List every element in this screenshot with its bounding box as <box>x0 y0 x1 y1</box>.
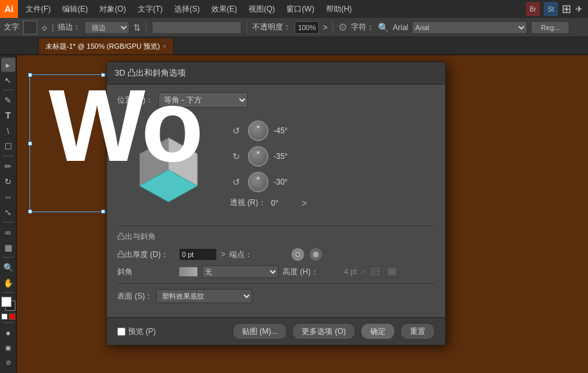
dial-z[interactable] <box>248 172 268 192</box>
tool-line[interactable]: \ <box>1 124 15 138</box>
height-value: 4 pt <box>344 267 357 276</box>
canvas-area: Wo 3D 凸出和斜角选项 位置 (N)： 等角 - 下方 等角 - 上方 等角… <box>17 55 588 373</box>
opacity-label: 不透明度： <box>252 22 291 33</box>
workspace-icon[interactable]: ⊞ <box>562 2 571 16</box>
tool-shape[interactable]: ☐ <box>1 139 15 153</box>
angle-row-2: ↻ -35° <box>230 146 307 167</box>
extrude-depth-label: 凸出厚度 (D)： <box>117 249 175 260</box>
tool-pen[interactable]: ✎ <box>1 93 15 107</box>
svg-point-4 <box>297 253 299 256</box>
menu-file[interactable]: 文件(F) <box>20 1 56 17</box>
tool-sep4 <box>3 257 14 258</box>
canvas-text[interactable]: Wo <box>29 74 201 177</box>
menu-select[interactable]: 选择(S) <box>169 1 205 17</box>
perspective-expand[interactable]: > <box>302 198 307 208</box>
menu-items: 文件(F) 编辑(E) 对象(O) 文字(T) 选择(S) 效果(E) 视图(Q… <box>18 1 359 17</box>
dialog-footer: 预览 (P) 贴图 (M)... 更多选项 (O) 确定 重置 <box>107 317 445 345</box>
stock-icon[interactable]: St <box>544 2 558 16</box>
angle-controls: ↺ -45° ↻ -35° <box>230 115 307 218</box>
menu-object[interactable]: 对象(O) <box>94 1 131 17</box>
handle-bl[interactable] <box>28 210 32 213</box>
send-icon[interactable]: ✈ <box>575 4 583 14</box>
fill-icon[interactable]: ⬦ <box>41 21 48 34</box>
fill-color[interactable] <box>23 21 37 35</box>
color-mode[interactable]: ■ <box>1 326 15 340</box>
tab-close[interactable]: × <box>163 43 167 50</box>
fill-box[interactable] <box>1 313 8 320</box>
opacity-value[interactable]: 100% <box>295 21 319 34</box>
bevel-row: 斜角 无 高度 (H)： 4 pt > <box>117 265 435 278</box>
extrude-arrow[interactable]: > <box>221 250 225 259</box>
surface-row: 表面 (S)： 塑料效果底纹 扩散底纹 无底纹 <box>117 289 435 303</box>
tab-bar: 未标题-1* @ 150% (RGB/GPU 预览) × <box>0 37 588 55</box>
opacity-more[interactable]: > <box>323 23 327 32</box>
font-settings-icon[interactable]: ⚙ <box>338 21 347 33</box>
ok-button[interactable]: 确定 <box>361 323 395 340</box>
gradient-mode[interactable]: ▣ <box>1 340 15 354</box>
endpoint-label: 端点： <box>229 249 287 260</box>
extrude-depth-input[interactable] <box>179 248 217 261</box>
svg-rect-8 <box>388 269 396 275</box>
menu-text[interactable]: 文字(T) <box>133 1 168 17</box>
preview-checkbox[interactable] <box>117 327 126 336</box>
font-style[interactable]: Reg... <box>531 21 569 34</box>
bevel-select[interactable]: 无 <box>202 265 279 278</box>
paste-button[interactable]: 贴图 (M)... <box>233 323 287 340</box>
dial-y-dot <box>257 151 259 154</box>
cap-open-btn[interactable] <box>291 247 305 261</box>
handle-bc[interactable] <box>101 210 105 213</box>
extrude-section-label: 凸出与斜角 <box>117 231 435 242</box>
tool-sep6 <box>3 322 14 323</box>
app-logo: Ai <box>0 0 18 18</box>
fill-swatch[interactable] <box>1 297 15 311</box>
perspective-value: 0° <box>271 199 297 208</box>
tool-zoom[interactable]: 🔍 <box>1 260 15 274</box>
cap-closed-btn[interactable] <box>309 247 323 261</box>
perspective-label: 透视 (R)： <box>230 197 266 208</box>
canvas-tab[interactable]: 未标题-1* @ 150% (RGB/GPU 预览) × <box>38 38 174 54</box>
tool-mirror[interactable]: ↔ <box>1 190 15 204</box>
menu-window[interactable]: 窗口(W) <box>281 1 319 17</box>
angle-z-value: -30° <box>274 178 299 187</box>
angle-y-value: -35° <box>274 152 299 161</box>
menu-help[interactable]: 帮助(H) <box>321 1 357 17</box>
height-btn1[interactable] <box>369 266 382 278</box>
font-search-icon: 🔍 <box>378 22 389 33</box>
section-divider-2 <box>117 283 435 284</box>
separator3 <box>332 21 333 34</box>
bridge-icon[interactable]: Br <box>526 2 540 16</box>
menu-edit[interactable]: 编辑(E) <box>57 1 93 17</box>
stroke-select[interactable]: 描边 <box>85 21 129 34</box>
font-select[interactable]: Arial <box>412 21 527 34</box>
section-divider-1 <box>117 226 435 226</box>
rotate-z-icon: ↺ <box>230 177 243 187</box>
tool-blend[interactable]: ∞ <box>1 225 15 239</box>
menu-bar: Ai 文件(F) 编辑(E) 对象(O) 文字(T) 选择(S) 效果(E) 视… <box>0 0 588 18</box>
menu-effect[interactable]: 效果(E) <box>206 1 242 17</box>
tool-column[interactable]: ▦ <box>1 240 15 254</box>
extrude-depth-row: 凸出厚度 (D)： > 端点： <box>117 247 435 261</box>
tool-scale[interactable]: ⤡ <box>1 205 15 219</box>
tool-rotate[interactable]: ↻ <box>1 174 15 188</box>
menu-right: Br St ⊞ ✈ <box>526 2 588 16</box>
dial-x-dot <box>257 126 259 128</box>
menu-view[interactable]: 视图(Q) <box>243 1 280 17</box>
tool-hand[interactable]: ✋ <box>1 276 15 290</box>
tool-brush[interactable]: ✏ <box>1 159 15 173</box>
height-expand[interactable]: > <box>361 267 365 276</box>
more-options-button[interactable]: 更多选项 (O) <box>292 323 355 340</box>
dial-x[interactable] <box>248 120 268 141</box>
stroke-box[interactable] <box>9 313 15 320</box>
none-mode[interactable]: ⊘ <box>1 355 15 369</box>
height-btn2[interactable] <box>386 266 398 278</box>
surface-select[interactable]: 塑料效果底纹 扩散底纹 无底纹 <box>156 289 252 303</box>
dial-y[interactable] <box>248 146 268 167</box>
tool-type[interactable]: T <box>1 108 15 122</box>
text-style-options <box>152 21 241 34</box>
preview-label: 预览 (P) <box>128 326 156 337</box>
reset-button[interactable]: 重置 <box>400 323 435 340</box>
tool-sep3 <box>3 222 14 222</box>
stroke-label: 描边： <box>58 22 81 33</box>
tool-direct-select[interactable]: ↖ <box>1 73 15 87</box>
tool-select[interactable]: ▸ <box>1 58 15 72</box>
